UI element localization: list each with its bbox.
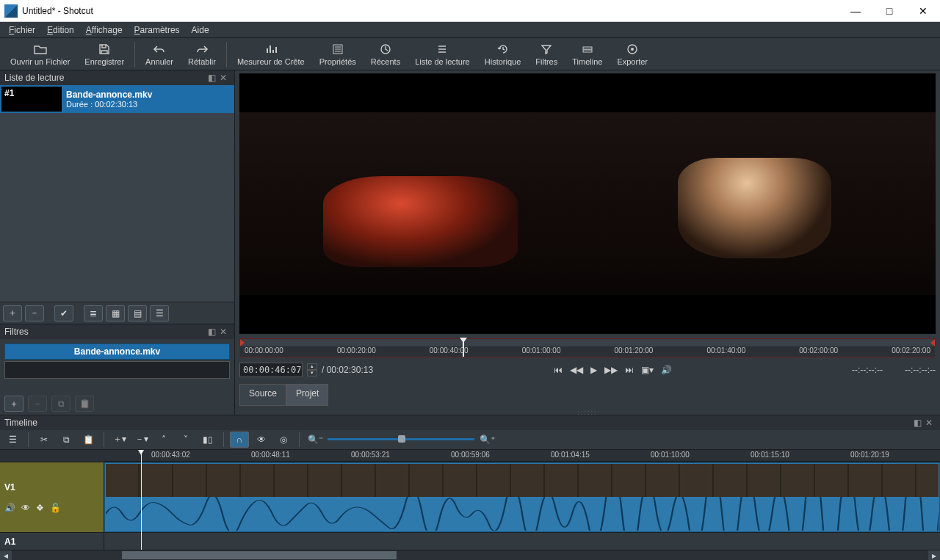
timecode-spinner[interactable]: ▴▾: [307, 363, 317, 377]
scroll-left-button[interactable]: ◂: [0, 550, 12, 560]
menu-aide[interactable]: Aide: [186, 23, 215, 37]
playlist-add-button[interactable]: ＋: [3, 305, 22, 321]
timeline-header: Timeline ◧ ✕: [0, 415, 940, 430]
filters-clip-name[interactable]: Bande-annonce.mkv: [4, 343, 230, 360]
undo-button[interactable]: Annuler: [138, 41, 181, 68]
open-file-button[interactable]: Ouvrir un Fichier: [3, 41, 77, 68]
playlist-body[interactable]: #1 Bande-annonce.mkv Durée : 00:02:30:13: [0, 85, 234, 302]
playlist-view-detail-button[interactable]: ▤: [128, 305, 147, 321]
total-duration: / 00:02:30:13: [322, 365, 373, 375]
scrub-bar[interactable]: 00:00:00:00 00:00:20:00 00:00:40:00 00:0…: [239, 338, 936, 357]
playlist-remove-button[interactable]: －: [25, 305, 44, 321]
undo-icon: [153, 43, 166, 56]
close-panel-icon[interactable]: ✕: [925, 418, 936, 428]
close-panel-icon[interactable]: ✕: [220, 327, 230, 337]
hide-icon[interactable]: 👁: [21, 503, 30, 513]
list-icon: [435, 43, 449, 56]
zoom-in-button[interactable]: 🔍⁺: [477, 432, 496, 448]
clip-thumbnails: [106, 464, 939, 498]
filter-copy-button[interactable]: ⧉: [51, 396, 70, 412]
timeline-playhead[interactable]: [141, 450, 142, 550]
menu-fichier[interactable]: FFichierichier: [3, 23, 41, 37]
save-icon: [98, 43, 111, 56]
lift-button[interactable]: ˄: [154, 432, 173, 448]
redo-icon: [195, 43, 209, 56]
filter-remove-button[interactable]: －: [28, 396, 47, 412]
filters-title: Filtres: [4, 327, 29, 337]
cut-button[interactable]: ✂: [35, 432, 54, 448]
track-header-a1[interactable]: A1: [0, 532, 104, 550]
filters-button[interactable]: Filtres: [528, 41, 565, 68]
timeline-title: Timeline: [4, 418, 37, 428]
maximize-button[interactable]: □: [872, 0, 906, 21]
skip-end-button[interactable]: ⏭: [625, 365, 634, 375]
undock-icon[interactable]: ◧: [208, 73, 218, 83]
timeline-menu-button[interactable]: ☰: [3, 432, 22, 448]
menu-affichage[interactable]: Affichage: [80, 23, 129, 37]
rewind-button[interactable]: ◀◀: [570, 365, 583, 375]
undock-icon[interactable]: ◧: [208, 327, 218, 337]
timeline-clip[interactable]: [104, 462, 940, 532]
filter-paste-button[interactable]: 📋: [75, 396, 94, 412]
forward-button[interactable]: ▶▶: [604, 365, 618, 375]
filters-list[interactable]: [4, 361, 230, 379]
save-button[interactable]: Enregistrer: [77, 41, 131, 68]
close-button[interactable]: ✕: [906, 0, 940, 21]
mute-icon[interactable]: 🔊: [4, 503, 15, 513]
timeline-icon: [581, 43, 594, 56]
play-button[interactable]: ▶: [590, 365, 597, 375]
filter-add-button[interactable]: ＋: [4, 396, 24, 412]
timeline-button[interactable]: Timeline: [565, 41, 610, 68]
timeline-ruler[interactable]: 00:00:43:02 00:00:48:11 00:00:53:21 00:0…: [104, 450, 940, 462]
zoom-slider[interactable]: [328, 438, 474, 440]
current-timecode[interactable]: 00:00:46:07: [239, 363, 303, 377]
undock-icon[interactable]: ◧: [914, 418, 924, 428]
minimize-button[interactable]: —: [839, 0, 872, 21]
playlist-check-button[interactable]: ✔: [54, 305, 73, 321]
scroll-right-button[interactable]: ▸: [928, 550, 940, 560]
close-panel-icon[interactable]: ✕: [220, 73, 230, 83]
menu-parametres[interactable]: Paramètres: [129, 23, 186, 37]
append-button[interactable]: ＋▾: [110, 432, 129, 448]
zoom-menu-button[interactable]: ▣▾: [641, 365, 654, 375]
history-button[interactable]: Historique: [477, 41, 529, 68]
volume-button[interactable]: 🔊: [661, 365, 672, 375]
transport-bar: 00:00:46:07 ▴▾ / 00:02:30:13 ⏮ ◀◀ ▶ ▶▶ ⏭…: [239, 360, 936, 379]
playlist-item[interactable]: #1 Bande-annonce.mkv Durée : 00:02:30:13: [0, 85, 234, 113]
export-button[interactable]: Exporter: [610, 41, 655, 68]
properties-button[interactable]: Propriétés: [312, 41, 364, 68]
overwrite-button[interactable]: ˅: [176, 432, 195, 448]
skip-start-button[interactable]: ⏮: [554, 365, 563, 375]
panel-gripper[interactable]: ::::::: [235, 409, 940, 415]
lock-icon[interactable]: 🔓: [50, 503, 61, 513]
snap-button[interactable]: ∩: [230, 432, 249, 448]
track-v1[interactable]: [104, 462, 940, 532]
track-a1[interactable]: [104, 532, 940, 550]
scroll-thumb[interactable]: [122, 551, 397, 559]
video-preview[interactable]: [239, 73, 936, 334]
recent-button[interactable]: Récents: [364, 41, 408, 68]
track-header-v1[interactable]: V1 🔊 👁 ❖ 🔓: [0, 462, 104, 532]
playlist-view-tiles-button[interactable]: ▦: [106, 305, 125, 321]
playlist-button[interactable]: Liste de lecture: [408, 41, 477, 68]
copy-button[interactable]: ⧉: [57, 432, 76, 448]
clip-waveform: [106, 497, 939, 531]
menu-edition[interactable]: Edition: [41, 23, 80, 37]
playlist-title: Liste de lecture: [4, 73, 64, 83]
split-button[interactable]: ▮▯: [198, 432, 217, 448]
scrub-toggle-button[interactable]: 👁: [252, 432, 271, 448]
peak-meter-button[interactable]: Mesureur de Crête: [230, 41, 312, 68]
paste-button[interactable]: 📋: [79, 432, 98, 448]
playlist-menu-button[interactable]: ☰: [150, 305, 169, 321]
tab-source[interactable]: Source: [239, 384, 286, 406]
remove-button[interactable]: －▾: [132, 432, 151, 448]
composite-icon[interactable]: ❖: [36, 503, 44, 513]
peak-icon: [264, 43, 278, 56]
redo-button[interactable]: Rétablir: [181, 41, 223, 68]
playlist-view-list-button[interactable]: ≣: [84, 305, 103, 321]
zoom-out-button[interactable]: 🔍⁻: [306, 432, 325, 448]
main-toolbar: Ouvrir un Fichier Enregistrer Annuler Ré…: [0, 38, 940, 70]
ripple-button[interactable]: ◎: [274, 432, 293, 448]
tab-project[interactable]: Projet: [286, 384, 328, 406]
timeline-hscroll[interactable]: ◂ ▸: [0, 550, 940, 560]
